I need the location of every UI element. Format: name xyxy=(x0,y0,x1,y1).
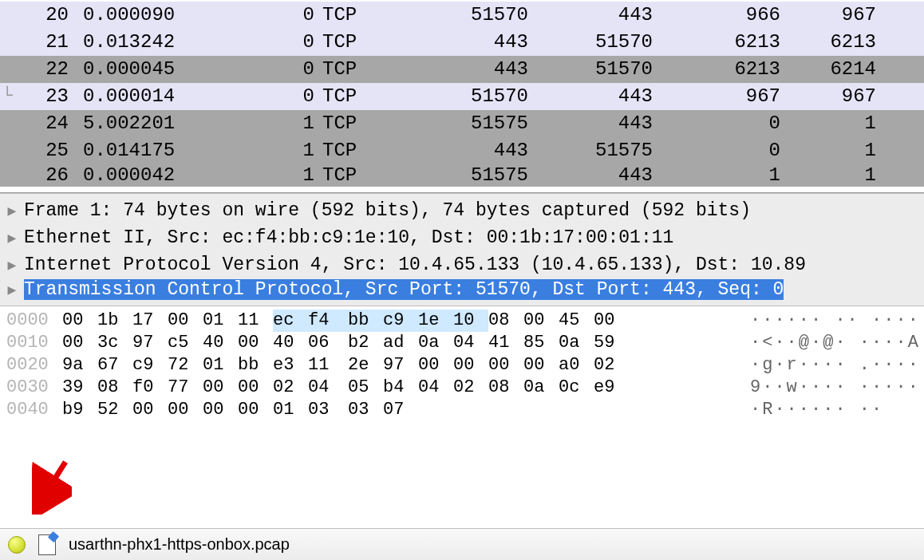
hex-offset: 0040 xyxy=(6,399,62,421)
hex-byte: 0a xyxy=(523,377,559,399)
hex-byte: 1e xyxy=(418,310,453,332)
hex-byte: 00 xyxy=(453,354,488,377)
packet-row[interactable]: 200.0000900TCP51570443966967 xyxy=(0,2,924,29)
hex-ascii: ·<··@·@· ····A xyxy=(750,332,920,354)
hex-byte: 11 xyxy=(308,354,348,377)
packet-row[interactable]: 220.0000450TCP4435157062136214 xyxy=(0,56,924,83)
packet-cell-len: 0 xyxy=(286,29,314,56)
hex-offset: 0030 xyxy=(6,377,62,399)
packet-cell-proto: TCP xyxy=(314,137,410,164)
hex-byte: b9 xyxy=(62,399,97,421)
packet-cell-ack: 967 xyxy=(780,2,876,29)
packet-row[interactable]: └230.0000140TCP51570443967967 xyxy=(0,83,924,110)
hex-byte: 11 xyxy=(238,310,273,332)
hex-byte: 02 xyxy=(453,377,488,399)
disclosure-triangle-icon[interactable]: ▶ xyxy=(0,256,24,274)
packet-cell-proto: TCP xyxy=(314,164,410,187)
hex-byte: 01 xyxy=(203,354,238,377)
hex-row[interactable]: 00209a67c97201bbe3112e9700000000a002·g·r… xyxy=(6,354,924,377)
packet-cell-len: 0 xyxy=(286,56,314,83)
packet-cell-ack: 1 xyxy=(780,164,876,187)
packet-cell-num: 24 xyxy=(0,110,73,137)
hex-byte: 00 xyxy=(523,310,559,332)
hex-byte: bb xyxy=(238,354,273,377)
packet-cell-len: 1 xyxy=(286,137,314,164)
hex-byte: 97 xyxy=(132,332,168,354)
disclosure-triangle-icon[interactable]: ▶ xyxy=(0,229,24,246)
packet-list[interactable]: 200.0000900TCP51570443966967210.0132420T… xyxy=(0,0,924,193)
packet-cell-sport: 51575 xyxy=(410,164,528,187)
hex-byte: e3 xyxy=(273,354,308,377)
packet-cell-time: 0.013242 xyxy=(73,29,286,56)
hex-byte: 0a xyxy=(418,332,453,354)
packet-cell-ack: 1 xyxy=(780,110,876,137)
disclosure-triangle-icon[interactable]: ▶ xyxy=(0,281,24,298)
hex-byte: 00 xyxy=(488,354,523,377)
hex-byte: 00 xyxy=(203,399,238,421)
hex-bytes: 3908f0770000020405b40402080a0ce9 xyxy=(62,377,629,399)
expert-info-indicator-icon[interactable] xyxy=(8,536,26,554)
packet-cell-sport: 443 xyxy=(410,29,528,56)
hex-row[interactable]: 0010003c97c540004006b2ad0a0441850a59·<··… xyxy=(6,332,924,354)
hex-byte: b4 xyxy=(383,377,418,399)
packet-cell-seq: 0 xyxy=(653,137,780,164)
hex-byte: 45 xyxy=(559,310,594,332)
hex-byte: 72 xyxy=(168,354,203,377)
detail-tree-row[interactable]: ▶Frame 1: 74 bytes on wire (592 bits), 7… xyxy=(0,197,924,224)
hex-ascii: ·g·r···· .···· xyxy=(750,354,920,377)
edit-capture-file-icon[interactable] xyxy=(38,534,56,555)
hex-byte: 00 xyxy=(238,377,273,399)
packet-cell-num: 21 xyxy=(0,29,73,56)
hex-bytes: 9a67c97201bbe3112e9700000000a002 xyxy=(62,354,629,377)
hex-byte xyxy=(559,399,594,421)
packet-row[interactable]: 260.0000421TCP5157544311 xyxy=(0,164,924,187)
hex-byte: 00 xyxy=(523,354,559,377)
hex-byte: b2 xyxy=(348,332,383,354)
hex-byte: 01 xyxy=(203,310,238,332)
packet-cell-proto: TCP xyxy=(314,2,410,29)
packet-cell-dport: 51575 xyxy=(528,137,653,164)
hex-bytes: b9520000000001030307 xyxy=(62,399,629,421)
packet-row[interactable]: 250.0141751TCP4435157501 xyxy=(0,137,924,164)
hex-byte: 00 xyxy=(62,310,97,332)
hex-byte: a0 xyxy=(559,354,594,377)
packet-cell-num: 25 xyxy=(0,137,73,164)
detail-tree-row[interactable]: ▶Internet Protocol Version 4, Src: 10.4.… xyxy=(0,251,924,278)
packet-row[interactable]: 210.0132420TCP4435157062136213 xyxy=(0,29,924,56)
detail-tree-row[interactable]: ▶Transmission Control Protocol, Src Port… xyxy=(0,278,924,301)
packet-bytes-pane[interactable]: 0000001b17000111ecf4bbc91e1008004500····… xyxy=(0,306,924,509)
hex-byte: 04 xyxy=(453,332,488,354)
packet-cell-seq: 967 xyxy=(653,83,780,110)
hex-byte: 00 xyxy=(203,377,238,399)
disclosure-triangle-icon[interactable]: ▶ xyxy=(0,202,24,219)
detail-tree-row[interactable]: ▶Ethernet II, Src: ec:f4:bb:c9:1e:10, Ds… xyxy=(0,224,924,251)
packet-row[interactable]: 245.0022011TCP5157544301 xyxy=(0,110,924,137)
packet-details-pane[interactable]: ▶Frame 1: 74 bytes on wire (592 bits), 7… xyxy=(0,193,924,306)
hex-byte: 52 xyxy=(97,399,132,421)
packet-cell-dport: 443 xyxy=(528,2,653,29)
hex-byte: 03 xyxy=(348,399,383,421)
hex-byte: 2e xyxy=(348,354,383,377)
hex-byte: 10 xyxy=(453,310,488,332)
packet-cell-ack: 6213 xyxy=(780,29,876,56)
detail-text: Frame 1: 74 bytes on wire (592 bits), 74… xyxy=(24,200,751,221)
hex-byte: f4 xyxy=(308,310,348,332)
hex-bytes: 003c97c540004006b2ad0a0441850a59 xyxy=(62,332,629,354)
packet-cell-len: 0 xyxy=(286,83,314,110)
hex-byte xyxy=(594,399,629,421)
hex-byte: 00 xyxy=(168,310,203,332)
hex-row[interactable]: 0040b9520000000001030307·R······ ·· xyxy=(6,399,924,421)
packet-cell-num: 26 xyxy=(0,164,73,187)
hex-byte: e9 xyxy=(594,377,629,399)
hex-byte: 08 xyxy=(488,310,523,332)
packet-cell-proto: TCP xyxy=(314,83,410,110)
hex-row[interactable]: 00303908f0770000020405b40402080a0ce99··w… xyxy=(6,377,924,399)
hex-byte: 06 xyxy=(308,332,348,354)
hex-row[interactable]: 0000001b17000111ecf4bbc91e1008004500····… xyxy=(6,310,924,332)
packet-cell-len: 0 xyxy=(286,2,314,29)
packet-cell-sport: 51570 xyxy=(410,2,528,29)
hex-byte: c9 xyxy=(383,310,418,332)
hex-byte: 97 xyxy=(383,354,418,377)
packet-cell-sport: 51575 xyxy=(410,110,528,137)
hex-byte: 3c xyxy=(97,332,132,354)
